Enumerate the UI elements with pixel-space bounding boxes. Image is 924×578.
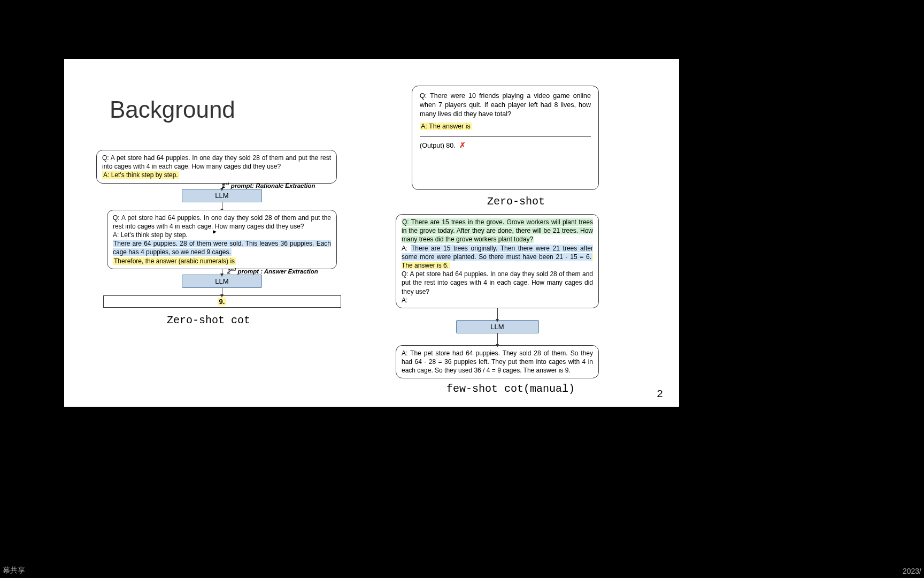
divider — [420, 136, 591, 137]
zeroshot-cot-column: Q: A pet store had 64 puppies. In one da… — [96, 144, 348, 326]
zs-output-row: (Output) 80. ✗ — [420, 140, 591, 150]
zsc-input-box: Q: A pet store had 64 puppies. In one da… — [96, 150, 337, 184]
zsc-q2: Q: A pet store had 64 puppies. In one da… — [113, 214, 331, 230]
zs-a: A: The answer is — [420, 123, 472, 130]
fsc-a1-pre: A: — [402, 245, 411, 252]
zsc-a2: A: Let's think step by step. — [113, 231, 188, 239]
zsc-reasoning: There are 64 puppies. 28 of them were so… — [113, 240, 331, 256]
zsc-a1: A: Let's think step by step. — [102, 171, 179, 179]
prompt1-label: 1st prompt: Rationale Extraction — [222, 181, 315, 189]
prompt2-label: 2nd prompt : Answer Extraction — [227, 267, 318, 275]
zsc-mid-box: Q: A pet store had 64 puppies. In one da… — [107, 210, 337, 269]
fsc-input-box: Q: There are 15 trees in the grove. Grov… — [396, 214, 599, 308]
fsc-a1: There are 15 trees originally. Then ther… — [402, 245, 593, 261]
arrow-icon — [222, 269, 222, 275]
slide: Background Q: A pet store had 64 puppies… — [64, 59, 679, 407]
cursor-icon: ▸ — [213, 226, 217, 237]
zeroshot-column: Q: There were 10 friends playing a video… — [412, 86, 599, 208]
fsc-a2: A: — [402, 296, 407, 304]
zs-output: (Output) 80. — [420, 142, 456, 149]
arrow-icon — [497, 333, 498, 345]
zsc-therefore: Therefore, the answer (arabic numerals) … — [113, 257, 236, 265]
fsc-q2: Q: A pet store had 64 puppies. In one da… — [402, 270, 593, 295]
diagram-area: Q: A pet store had 64 puppies. In one da… — [86, 144, 658, 401]
arrow-icon — [222, 202, 222, 210]
arrow-icon — [497, 308, 498, 320]
fsc-caption: few-shot cot(manual) — [422, 383, 599, 395]
fewshot-column: Q: There are 15 trees in the grove. Grov… — [396, 214, 599, 395]
zsc-final-answer: 9. — [218, 298, 227, 306]
cross-icon: ✗ — [459, 141, 466, 149]
footer-right-text: 2023/ — [903, 567, 921, 575]
zs-q: Q: There were 10 friends playing a video… — [420, 92, 591, 119]
zs-caption: Zero-shot — [433, 195, 599, 208]
zsc-caption: Zero-shot cot — [70, 314, 348, 326]
zs-box: Q: There were 10 friends playing a video… — [412, 86, 599, 190]
fsc-output-box: A: The pet store had 64 puppies. They so… — [396, 345, 599, 379]
fsc-q1: Q: There are 15 trees in the grove. Grov… — [402, 218, 593, 243]
page-number: 2 — [657, 388, 663, 400]
arrow-icon — [222, 288, 222, 295]
fsc-output-a: A: The pet store had 64 puppies. They so… — [402, 349, 593, 374]
zsc-q1: Q: A pet store had 64 puppies. In one da… — [102, 154, 331, 170]
footer-left-text: 幕共享 — [3, 566, 25, 575]
